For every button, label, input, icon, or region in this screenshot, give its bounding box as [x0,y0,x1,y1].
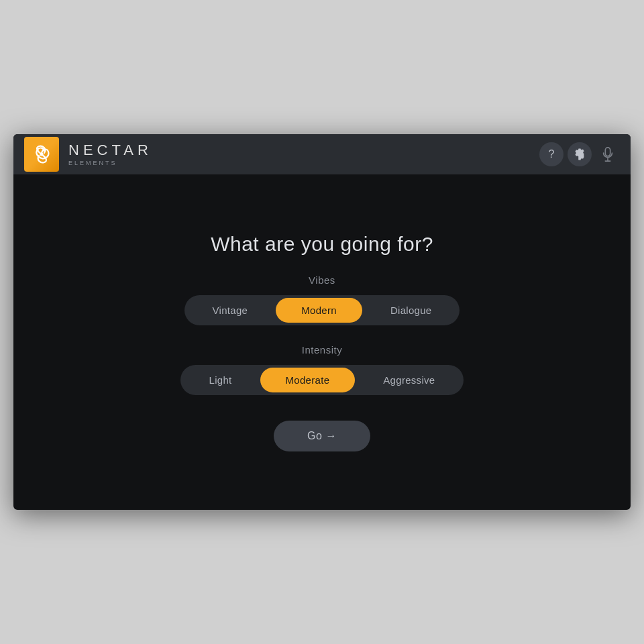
svg-point-0 [40,153,44,156]
mic-icon [600,147,615,162]
brand-text: NECTAR ELEMENTS [68,142,152,166]
brand-sub: ELEMENTS [68,160,152,166]
vibe-modern-button[interactable]: Modern [276,298,362,323]
help-button[interactable]: ? [539,142,564,166]
intensity-moderate-button[interactable]: Moderate [260,368,356,392]
logo-block [24,137,59,172]
gear-icon [574,148,586,160]
header-icons: ? [539,142,620,166]
settings-button[interactable] [568,142,592,166]
go-button[interactable]: Go → [274,421,370,451]
headline: What are you going for? [211,233,433,256]
main-content: What are you going for? Vibes Vintage Mo… [13,174,631,510]
intensity-btn-group: Light Moderate Aggressive [180,365,463,395]
logo-icon [30,142,54,166]
vibe-dialogue-button[interactable]: Dialogue [365,298,458,323]
brand-name: NECTAR [68,142,152,158]
app-window: NECTAR ELEMENTS ? [13,134,631,510]
vibes-btn-group: Vintage Modern Dialogue [184,295,460,325]
intensity-label: Intensity [302,344,342,356]
help-label: ? [549,148,555,160]
intensity-light-button[interactable]: Light [183,368,257,392]
vibes-label: Vibes [309,274,335,286]
intensity-aggressive-button[interactable]: Aggressive [358,368,460,392]
mic-button[interactable] [596,142,620,166]
header: NECTAR ELEMENTS ? [13,134,631,174]
intensity-section: Intensity Light Moderate Aggressive [180,344,463,395]
vibes-section: Vibes Vintage Modern Dialogue [184,274,460,325]
vibe-vintage-button[interactable]: Vintage [187,298,274,323]
